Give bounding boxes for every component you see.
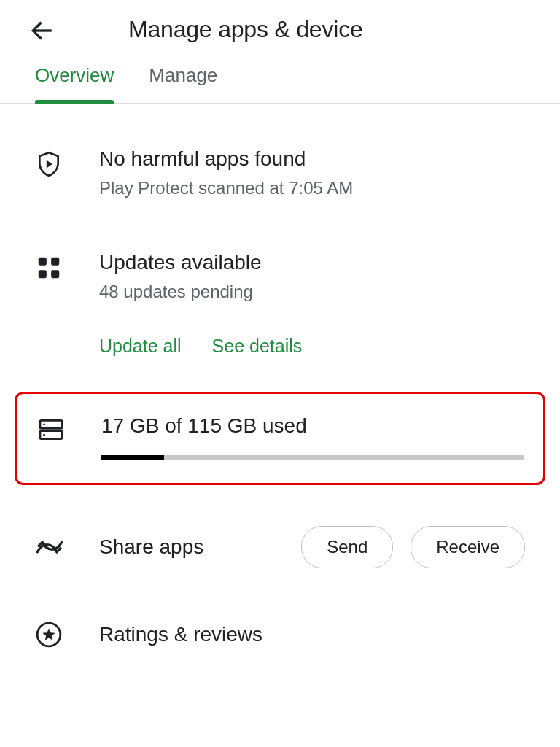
back-arrow-icon[interactable]: [29, 18, 57, 44]
share-icon: [35, 533, 63, 562]
ratings-row[interactable]: Ratings & reviews: [0, 621, 560, 649]
protect-subtitle: Play Protect scanned at 7:05 AM: [99, 178, 525, 198]
svg-rect-1: [39, 258, 47, 266]
tabs: Overview Manage: [0, 64, 560, 104]
see-details-button[interactable]: See details: [212, 336, 303, 357]
update-all-button[interactable]: Update all: [99, 336, 182, 357]
send-button[interactable]: Send: [301, 526, 393, 568]
svg-rect-4: [51, 270, 59, 278]
page-title: Manage apps & device: [128, 16, 363, 43]
svg-point-8: [43, 434, 45, 436]
star-circle-icon: [35, 621, 63, 649]
updates-row[interactable]: Updates available 48 updates pending Upd…: [0, 251, 560, 357]
tab-manage[interactable]: Manage: [149, 64, 217, 103]
protect-title: No harmful apps found: [99, 147, 525, 171]
ratings-title: Ratings & reviews: [99, 623, 262, 646]
updates-title: Updates available: [99, 251, 525, 274]
apps-grid-icon: [35, 254, 63, 282]
svg-rect-2: [51, 258, 59, 266]
updates-subtitle: 48 updates pending: [99, 282, 525, 302]
storage-row[interactable]: 17 GB of 115 GB used: [15, 392, 545, 485]
receive-button[interactable]: Receive: [411, 526, 525, 568]
share-apps-row: Share apps Send Receive: [0, 526, 560, 568]
storage-text: 17 GB of 115 GB used: [101, 414, 524, 438]
play-protect-row[interactable]: No harmful apps found Play Protect scann…: [0, 147, 560, 198]
share-title: Share apps: [99, 535, 301, 559]
tab-overview[interactable]: Overview: [35, 64, 114, 103]
shield-play-icon: [35, 150, 63, 178]
svg-rect-3: [39, 270, 47, 278]
storage-icon: [37, 416, 65, 444]
svg-point-7: [43, 423, 45, 425]
storage-progress-bar: [101, 455, 524, 460]
